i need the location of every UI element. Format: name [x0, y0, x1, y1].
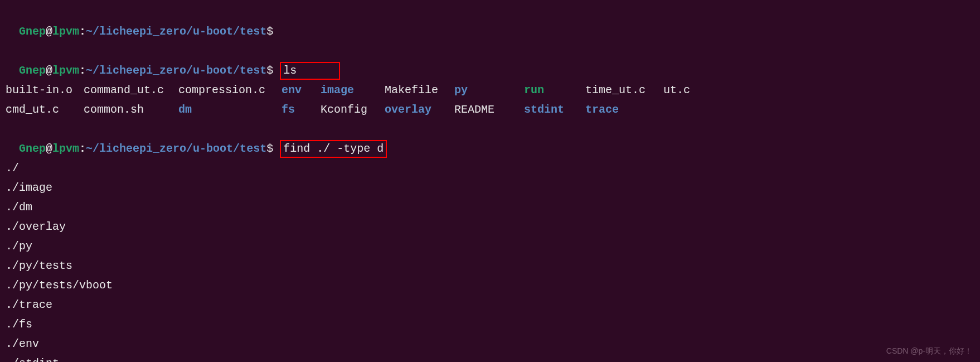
find-output-line: ./fs — [6, 315, 974, 334]
ls-item: cmd_ut.c — [6, 100, 84, 119]
ls-item-dir: overlay — [385, 100, 454, 119]
prompt-colon: : — [79, 142, 86, 155]
find-output-line: ./ — [6, 158, 974, 178]
prompt-colon: : — [79, 64, 86, 77]
ls-output: built-in.o command_ut.c compression.c en… — [6, 80, 974, 119]
ls-item: ut.c — [663, 80, 974, 100]
ls-item-dir: py — [454, 80, 524, 100]
prompt-host: lpvm — [52, 142, 79, 155]
ls-item: compression.c — [178, 80, 282, 100]
ls-item: Kconfig — [321, 100, 385, 119]
ls-item — [663, 100, 974, 119]
find-output-line: ./dm — [6, 197, 974, 217]
prompt-path: ~/licheepi_zero/u-boot/test — [86, 25, 266, 38]
prompt-dollar: $ — [266, 25, 273, 38]
prompt-user: Gnep — [19, 142, 46, 155]
prompt-line-3[interactable]: Gnep@lpvm:~/licheepi_zero/u-boot/test$ f… — [6, 119, 974, 158]
ls-item-dir: env — [282, 80, 321, 100]
watermark-text: CSDN @p-明天，你好！ — [886, 344, 972, 358]
ls-item-dir: stdint — [524, 100, 585, 119]
prompt-path: ~/licheepi_zero/u-boot/test — [86, 142, 266, 155]
find-output-line: ./overlay — [6, 217, 974, 236]
prompt-line-2[interactable]: Gnep@lpvm:~/licheepi_zero/u-boot/test$ l… — [6, 41, 974, 80]
prompt-host: lpvm — [52, 25, 79, 38]
find-output-line: ./env — [6, 334, 974, 354]
ls-item: common.sh — [84, 100, 178, 119]
prompt-at: @ — [46, 25, 52, 38]
prompt-dollar: $ — [266, 64, 273, 77]
prompt-at: @ — [46, 142, 52, 155]
prompt-user: Gnep — [19, 64, 46, 77]
prompt-line-1: Gnep@lpvm:~/licheepi_zero/u-boot/test$ — [6, 2, 974, 41]
ls-item-dir: trace — [585, 100, 663, 119]
ls-item-dir: image — [321, 80, 385, 100]
highlight-find: find ./ -type d — [280, 140, 387, 158]
ls-item: time_ut.c — [585, 80, 663, 100]
find-output-line: ./py — [6, 236, 974, 256]
ls-item: command_ut.c — [84, 80, 178, 100]
prompt-at: @ — [46, 64, 52, 77]
find-output-line: ./image — [6, 178, 974, 197]
ls-item: built-in.o — [6, 80, 84, 100]
ls-item: README — [454, 100, 524, 119]
prompt-path: ~/licheepi_zero/u-boot/test — [86, 64, 266, 77]
prompt-dollar: $ — [266, 142, 273, 155]
prompt-colon: : — [79, 25, 86, 38]
cmd-find: find ./ -type d — [283, 142, 384, 155]
cmd-ls: ls — [283, 64, 297, 77]
find-output-line: ./stdint — [6, 354, 974, 362]
find-output-line: ./trace — [6, 295, 974, 315]
prompt-user: Gnep — [19, 25, 46, 38]
prompt-host: lpvm — [52, 64, 79, 77]
find-output-line: ./py/tests/vboot — [6, 276, 974, 295]
find-output-line: ./py/tests — [6, 256, 974, 276]
ls-item-exec: run — [524, 80, 585, 100]
ls-item: Makefile — [385, 80, 454, 100]
highlight-ls: ls — [280, 62, 340, 80]
ls-item-dir: fs — [282, 100, 321, 119]
ls-item-dir: dm — [178, 100, 282, 119]
